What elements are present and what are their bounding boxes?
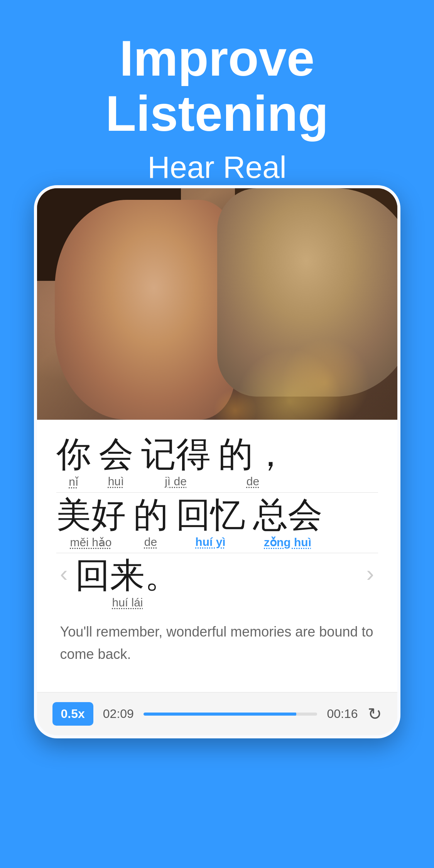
player-bar: 0.5x 02:09 00:16 ↻ xyxy=(37,692,397,735)
char-huiyi: 回忆 xyxy=(176,496,245,534)
char-hui: 会 xyxy=(99,435,133,473)
line-2: 美好 měi hǎo 的 de 回忆 huí yì 总会 zǒng huì xyxy=(56,496,378,549)
progress-thumb xyxy=(290,713,296,716)
line-3: 回来。 huí lái xyxy=(75,556,358,609)
speed-badge[interactable]: 0.5x xyxy=(52,702,93,726)
progress-bar[interactable] xyxy=(144,713,317,716)
char-zonghui: 总会 xyxy=(253,496,323,534)
main-title: ImproveListening xyxy=(23,31,411,141)
phone-frame: 你 nǐ 会 huì 记得 jì de 的， de 美好 měi hǎo xyxy=(34,185,400,738)
pinyin-zonghui: zǒng huì xyxy=(264,535,311,549)
separator-1 xyxy=(56,492,378,493)
word-hui: 会 huì xyxy=(99,435,133,488)
char-ni: 你 xyxy=(56,435,91,473)
line-3-row: ‹ 回来。 huí lái › xyxy=(52,556,382,613)
word-ni: 你 nǐ xyxy=(56,435,91,488)
pinyin-ni: nǐ xyxy=(69,475,78,488)
progress-fill xyxy=(144,713,296,716)
word-huiyi: 回忆 huí yì xyxy=(176,496,245,549)
word-de2: 的 de xyxy=(133,496,168,549)
time-end: 00:16 xyxy=(327,707,358,721)
content-area: 你 nǐ 会 huì 记得 jì de 的， de 美好 měi hǎo xyxy=(37,420,397,692)
pinyin-hui: huì xyxy=(108,475,124,488)
prev-arrow[interactable]: ‹ xyxy=(52,556,76,591)
pinyin-huilai: huí lái xyxy=(112,596,143,609)
video-frame xyxy=(37,188,397,420)
translation: You'll remember, wonderful memories are … xyxy=(56,621,378,665)
char-huilai: 回来。 xyxy=(75,556,179,594)
word-huilai: 回来。 huí lái xyxy=(75,556,179,609)
third-line-content: 回来。 huí lái xyxy=(75,556,358,613)
separator-2 xyxy=(56,553,378,553)
word-zonghui: 总会 zǒng huì xyxy=(253,496,323,549)
char-de-comma: 的， xyxy=(218,435,288,473)
word-meihao: 美好 měi hǎo xyxy=(56,496,126,549)
pinyin-meihao: měi hǎo xyxy=(70,535,111,549)
char-meihao: 美好 xyxy=(56,496,126,534)
bokeh-lights xyxy=(37,327,397,420)
word-de-comma: 的， de xyxy=(218,435,288,488)
word-jide: 记得 jì de xyxy=(141,435,211,488)
char-jide: 记得 xyxy=(141,435,211,473)
pinyin-de2: de xyxy=(144,535,157,549)
replay-button[interactable]: ↻ xyxy=(368,704,382,724)
next-arrow[interactable]: › xyxy=(359,556,382,591)
line-1: 你 nǐ 会 huì 记得 jì de 的， de xyxy=(56,435,378,488)
pinyin-de: de xyxy=(247,475,259,488)
char-de2: 的 xyxy=(133,496,168,534)
pinyin-jide: jì de xyxy=(165,475,187,488)
time-start: 02:09 xyxy=(103,707,134,721)
pinyin-huiyi: huí yì xyxy=(195,535,225,549)
